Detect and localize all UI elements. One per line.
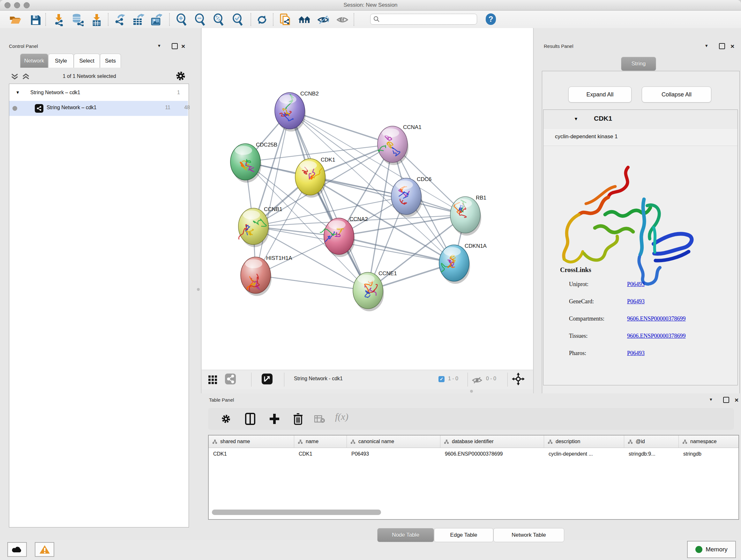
cell-database-identifier[interactable]: 9606.ENSP00000378699	[441, 448, 544, 460]
protein-node-CCNA2[interactable]	[320, 218, 355, 257]
tab-sets[interactable]: Sets	[100, 54, 121, 68]
network-collection-row[interactable]: ▼ String Network – cdk1 1	[9, 86, 188, 101]
tab-style[interactable]: Style	[48, 54, 74, 68]
cell-namespace[interactable]: stringdb	[679, 448, 741, 460]
tab-network-table[interactable]: Network Table	[493, 528, 564, 542]
protein-node-CDKN1A[interactable]	[439, 245, 470, 284]
cell--id[interactable]: stringdb:9...	[624, 448, 679, 460]
import-network-database-icon[interactable]	[71, 14, 84, 26]
column-header-shared-name[interactable]: shared name	[209, 435, 294, 448]
table-panel-menu-icon[interactable]: ▾	[710, 396, 712, 402]
hide-selected-icon[interactable]	[317, 14, 329, 26]
search-box[interactable]	[370, 14, 477, 24]
open-session-icon[interactable]	[9, 14, 21, 26]
cloud-status-button[interactable]	[7, 542, 27, 557]
zoom-fit-icon[interactable]	[212, 14, 225, 26]
save-session-icon[interactable]	[29, 14, 42, 26]
expand-all-button[interactable]: Expand All	[568, 86, 631, 103]
birds-eye-crosshair-icon[interactable]	[512, 373, 525, 385]
column-header-name[interactable]: name	[294, 435, 347, 448]
search-input[interactable]	[370, 14, 477, 24]
control-panel-menu-icon[interactable]: ▾	[158, 43, 160, 49]
table-panel-float-icon[interactable]	[723, 397, 729, 403]
export-network-icon[interactable]	[114, 14, 126, 26]
show-all-icon[interactable]	[336, 14, 348, 26]
import-network-icon[interactable]	[53, 14, 65, 26]
protein-node-CDC25B[interactable]	[230, 144, 261, 183]
collection-expand-icon[interactable]: ▼	[16, 90, 20, 95]
table-settings-gear-icon[interactable]	[219, 413, 232, 425]
select-columns-icon[interactable]	[244, 413, 257, 425]
edge-CCNB2-CCNE1[interactable]	[290, 111, 368, 291]
results-panel-close-icon[interactable]: ×	[731, 44, 734, 49]
table-panel-close-icon[interactable]: ×	[735, 397, 738, 402]
protein-node-RB1[interactable]	[450, 197, 481, 236]
network-row[interactable]: String Network – cdk1 11 48	[9, 101, 188, 116]
results-panel-float-icon[interactable]	[719, 43, 725, 49]
node-table[interactable]: shared namenamecanonical namedatabase id…	[208, 435, 739, 520]
create-column-plus-icon[interactable]	[268, 413, 281, 425]
cell-shared-name[interactable]: CDK1	[209, 448, 294, 460]
cell-canonical-name[interactable]: P06493	[347, 448, 441, 460]
node-label-CDKN1A: CDKN1A	[465, 243, 487, 249]
zoom-in-icon[interactable]	[176, 14, 188, 26]
control-panel-float-icon[interactable]	[172, 43, 178, 49]
edge-CCNA2-CDKN1A[interactable]	[339, 236, 454, 263]
grid-view-icon[interactable]	[206, 373, 219, 386]
memory-label: Memory	[705, 546, 728, 553]
horizontal-scrollbar[interactable]	[212, 509, 381, 515]
import-table-icon[interactable]	[91, 14, 103, 26]
protein-node-CCNE1[interactable]	[353, 272, 384, 311]
zoom-out-icon[interactable]	[194, 14, 206, 26]
results-panel-menu-icon[interactable]: ▾	[705, 43, 708, 49]
gene-collapse-icon[interactable]: ▼	[574, 116, 578, 121]
collapse-all-button[interactable]: Collapse All	[642, 86, 711, 103]
tab-node-table[interactable]: Node Table	[377, 528, 434, 542]
network-options-gear-icon[interactable]	[175, 70, 186, 83]
selected-nodes-checkbox[interactable]: ✓	[439, 376, 445, 382]
column-header-database-identifier[interactable]: database identifier	[441, 435, 544, 448]
tab-edge-table[interactable]: Edge Table	[434, 528, 493, 542]
network-thumbnail-icon[interactable]	[224, 373, 237, 385]
home-icon[interactable]	[298, 14, 310, 26]
edge-HIST1H1A-CCNE1[interactable]	[256, 275, 368, 291]
bottom-splitter-handle[interactable]	[470, 390, 473, 393]
crosslink-link[interactable]: 9606.ENSP00000378699	[627, 315, 686, 322]
open-in-window-icon[interactable]	[261, 373, 273, 385]
protein-node-HIST1H1A[interactable]	[241, 257, 272, 296]
tab-select[interactable]: Select	[74, 54, 100, 68]
title-bar[interactable]: Session: New Session	[0, 0, 741, 10]
expand-all-tree-icon[interactable]	[10, 73, 19, 82]
protein-node-CCNB1[interactable]	[239, 208, 269, 247]
cell-name[interactable]: CDK1	[294, 448, 347, 460]
export-table-icon[interactable]	[132, 14, 144, 26]
delete-column-trash-icon[interactable]	[292, 413, 305, 425]
protein-node-CDK1[interactable]	[295, 159, 326, 198]
clone-network-icon[interactable]	[280, 14, 292, 26]
memory-button[interactable]: Memory	[687, 541, 736, 558]
crosslink-link[interactable]: P06493	[627, 350, 645, 357]
cell-description[interactable]: cyclin-dependent ...	[544, 448, 624, 460]
left-splitter-handle[interactable]	[197, 288, 200, 291]
control-panel-close-icon[interactable]: ×	[181, 44, 185, 49]
protein-node-CCNB2[interactable]	[275, 92, 306, 132]
network-view-canvas[interactable]: CCNB2CCNA1CDC25BCDK1CDC6RB1CCNB1CCNA2CDK…	[202, 28, 533, 370]
column-header-namespace[interactable]: namespace	[679, 435, 741, 448]
refresh-icon[interactable]	[256, 14, 268, 26]
tab-string[interactable]: String	[621, 57, 656, 71]
column-header-canonical-name[interactable]: canonical name	[347, 435, 441, 448]
protein-node-CDC6[interactable]	[391, 178, 422, 217]
tab-network[interactable]: Network	[20, 54, 48, 68]
crosslink-link[interactable]: P06493	[627, 298, 645, 305]
protein-node-CCNA1[interactable]	[378, 126, 408, 165]
column-header--id[interactable]: @id	[624, 435, 679, 448]
collapse-all-tree-icon[interactable]	[22, 73, 30, 82]
crosslink-link[interactable]: P06493	[627, 281, 645, 288]
column-header-description[interactable]: description	[544, 435, 624, 448]
export-image-icon[interactable]	[150, 14, 162, 26]
crosslink-link[interactable]: 9606.ENSP00000378699	[627, 333, 686, 339]
table-row[interactable]: CDK1CDK1P064939606.ENSP00000378699cyclin…	[209, 448, 738, 460]
warning-status-button[interactable]	[35, 542, 54, 557]
help-button[interactable]: ?	[486, 13, 496, 25]
zoom-selected-icon[interactable]	[232, 14, 244, 26]
